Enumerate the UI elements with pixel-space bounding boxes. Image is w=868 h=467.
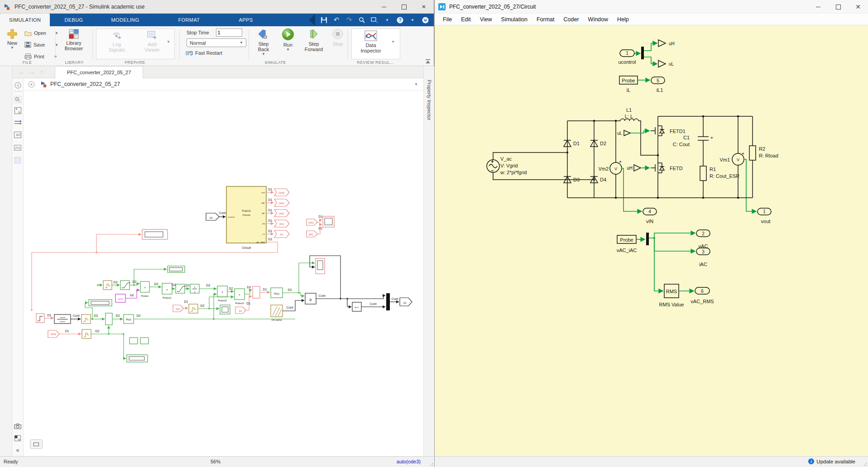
menu-file[interactable]: File (438, 16, 456, 23)
update-available-notice[interactable]: i Update available (808, 458, 855, 464)
log-signals-button[interactable]: Log Signals (103, 30, 130, 52)
data-inspector-icon (364, 30, 377, 41)
back-icon[interactable]: ← (17, 68, 27, 76)
collapse-palette-icon[interactable]: « (14, 446, 22, 454)
signal-from-uh[interactable] (634, 165, 649, 171)
svg-text:uL: uL (669, 62, 674, 67)
model-canvas[interactable]: D1D1D1D1D1D1[Vout][vAC][iAC][Vin][iL]PLE… (24, 91, 423, 456)
window-title: PFC_converter_2022_05_27/Circuit (449, 4, 536, 10)
resize-grip[interactable] (862, 461, 867, 466)
minimize-ribbon-icon[interactable] (421, 16, 429, 24)
inductor-l1[interactable] (567, 119, 659, 157)
svg-text:6: 6 (701, 289, 704, 294)
menu-view[interactable]: View (475, 16, 497, 23)
svg-text:D2: D2 (247, 286, 251, 289)
maximize-button[interactable] (828, 0, 848, 14)
svg-text:R2: R2 (759, 146, 765, 152)
review-dropdown-icon[interactable]: ▼ (391, 40, 395, 44)
diode-bridge[interactable] (564, 121, 598, 198)
step-back-button[interactable]: Step Back▼ (253, 28, 274, 56)
power-circuit[interactable] (487, 115, 771, 215)
capacitor-c1-r1[interactable] (698, 115, 709, 199)
forward-icon[interactable]: → (27, 68, 37, 76)
collapse-toolstrip-icon[interactable] (425, 59, 431, 64)
menu-format[interactable]: Format (532, 16, 559, 23)
zoom-badge-icon[interactable] (28, 81, 35, 88)
prepare-dropdown-icon[interactable]: ▼ (167, 40, 170, 44)
divider (92, 30, 93, 60)
open-button[interactable]: Open▼ (24, 29, 58, 37)
stop-time-input[interactable] (216, 29, 242, 37)
step-forward-button[interactable]: Step Forward (302, 28, 325, 52)
image-icon[interactable] (14, 143, 22, 152)
svg-text:Circuit: Circuit (242, 214, 250, 216)
tab-simulation[interactable]: SIMULATION (0, 14, 50, 26)
document-tab[interactable]: PFC_converter_2022_05_27 (55, 66, 143, 78)
menu-simulation[interactable]: Simulation (497, 16, 532, 23)
new-button[interactable]: New▼ (4, 29, 21, 50)
up-icon[interactable]: ↑ (37, 68, 47, 76)
breadcrumb[interactable]: PFC_converter_2022_05_27 (50, 81, 120, 87)
status-zoom-level[interactable]: 56% (211, 459, 221, 464)
signal-lines-icon[interactable] (14, 118, 22, 126)
help-icon[interactable]: ? (396, 16, 404, 24)
svg-text:D2: D2 (288, 288, 292, 291)
annotation-icon[interactable]: A (14, 131, 22, 139)
maximize-button[interactable] (394, 0, 414, 14)
tab-debug[interactable]: DEBUG (55, 14, 92, 26)
fit-to-view-icon[interactable] (14, 106, 22, 114)
run-button[interactable]: Run▼ (279, 28, 297, 52)
help-dropdown-icon[interactable]: ▼ (408, 16, 417, 24)
signal-from-ul[interactable] (624, 130, 649, 136)
mosfet-fetd1[interactable] (651, 116, 664, 155)
svg-text:?: ? (398, 18, 401, 23)
menu-coder[interactable]: Coder (559, 16, 584, 23)
minimize-button[interactable] (374, 0, 394, 14)
menu-edit[interactable]: Edit (456, 16, 475, 23)
data-inspector-button[interactable]: Data Inspector (356, 30, 386, 53)
screenshot-icon[interactable] (14, 422, 22, 430)
close-button[interactable]: ✕ (414, 0, 434, 14)
tab-modeling[interactable]: MODELING (102, 14, 149, 26)
new-icon (7, 29, 17, 39)
save-button[interactable]: Save▼ (24, 41, 58, 49)
plecs-circuit-subsystem-block[interactable] (206, 186, 266, 243)
library-browser-button[interactable]: Library Browser (60, 29, 88, 51)
print-button[interactable]: Print▼ (24, 52, 58, 61)
save-icon[interactable] (320, 16, 328, 24)
menu-help[interactable]: Help (613, 16, 633, 23)
redo-icon[interactable]: ↷ (345, 16, 353, 24)
simulation-mode-select[interactable]: Normal▼ (187, 38, 246, 47)
status-solver[interactable]: auto(ode3) (397, 459, 421, 464)
close-button[interactable]: ✕ (848, 0, 868, 14)
capture-star-icon[interactable] (370, 16, 379, 24)
undo-icon[interactable]: ↶ (332, 16, 340, 24)
menu-window[interactable]: Window (584, 16, 613, 23)
resistor-r2[interactable] (749, 116, 756, 198)
svg-text:1: 1 (626, 51, 628, 56)
layout-icon[interactable] (14, 434, 22, 442)
tab-apps[interactable]: APPS (230, 14, 262, 26)
zoom-icon[interactable] (14, 95, 22, 104)
controller-diagram[interactable] (36, 256, 412, 362)
model-browser-strip[interactable]: Model Browser (0, 66, 12, 456)
svg-text:ucontrol: ucontrol (618, 59, 636, 65)
minimize-button[interactable] (808, 0, 828, 14)
add-viewer-button[interactable]: Add Viewer (139, 30, 166, 52)
property-inspector-strip[interactable]: Property Inspector (423, 66, 434, 456)
tab-format[interactable]: FORMAT (169, 14, 209, 26)
breadcrumb-dropdown-icon[interactable]: ▼ (414, 82, 418, 86)
fast-restart-toggle[interactable]: Fast Restart (186, 49, 222, 57)
area-icon[interactable] (14, 156, 22, 164)
resize-grip[interactable] (428, 461, 433, 466)
hide-panel-button[interactable] (30, 439, 43, 449)
svg-text:Vm2: Vm2 (598, 166, 609, 172)
capture-dropdown-icon[interactable]: ▼ (383, 16, 391, 24)
plecs-schematic-canvas[interactable]: 1ucontroluHuLProbeiL5iL1V_acV: Vgridw: 2… (435, 25, 868, 456)
stop-button[interactable]: Stop (330, 28, 346, 47)
status-ready: Ready (4, 459, 18, 464)
search-icon[interactable] (358, 16, 366, 24)
mosfet-fetd[interactable] (651, 155, 664, 199)
hide-browser-icon[interactable] (14, 81, 22, 89)
svg-text:R: Rload: R: Rload (759, 153, 778, 158)
